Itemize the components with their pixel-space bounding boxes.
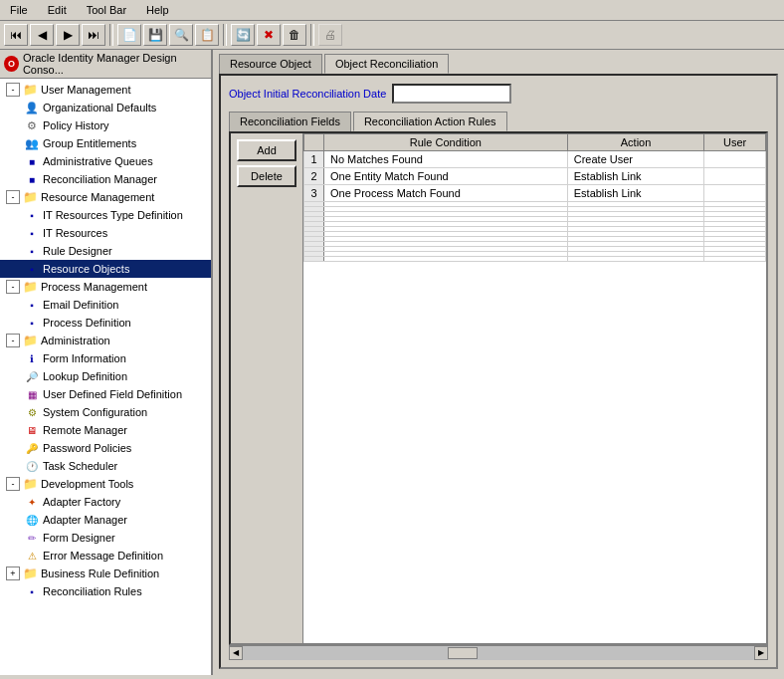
toolbar-back[interactable]: ◀ [30,24,54,46]
col-num-header [304,134,324,151]
toolbar-sep3 [310,24,314,46]
tab-recon-action-rules[interactable]: Reconciliation Action Rules [353,112,507,131]
sidebar-item-task-scheduler[interactable]: 🕐 Task Scheduler [0,457,211,475]
sidebar-item-administration[interactable]: - 📁 Administration [0,332,211,349]
menu-edit[interactable]: Edit [42,2,73,18]
toolbar-find[interactable]: 🔍 [169,24,193,46]
label-recon-manager: Reconciliation Manager [43,173,157,185]
sidebar-item-adapter-factory[interactable]: ✦ Adapter Factory [0,493,211,511]
delete-button[interactable]: Delete [237,165,296,187]
table-row[interactable]: 2 One Entity Match Found Establish Link [304,168,766,185]
cell-action-3: Establish Link [567,185,704,202]
content-area: Object Initial Reconciliation Date Recon… [219,74,778,669]
table-row-empty [304,257,766,262]
sidebar-item-user-defined-field[interactable]: ▦ User Defined Field Definition [0,385,211,403]
label-process-definition: Process Definition [43,317,131,329]
expander-process-management[interactable]: - [6,280,20,294]
tab-resource-object[interactable]: Resource Object [219,54,322,74]
adapter-factory-icon: ✦ [24,494,40,510]
label-admin-queues: Administrative Queues [43,155,153,167]
scroll-thumb[interactable] [448,647,478,659]
menu-toolbar[interactable]: Tool Bar [81,2,132,18]
sidebar-item-process-management[interactable]: - 📁 Process Management [0,278,211,296]
date-input[interactable] [392,84,511,104]
label-user-management: User Management [41,84,131,96]
cell-row-num-3: 3 [304,185,324,202]
toolbar-back-first[interactable]: ⏮ [4,24,28,46]
label-group-entitlements: Group Entitlements [43,137,136,149]
sidebar-item-group-entitlements[interactable]: 👥 Group Entitlements [0,134,211,152]
toolbar-forward-last[interactable]: ⏭ [82,24,105,46]
label-error-message: Error Message Definition [43,550,163,562]
folder-icon-biz: 📁 [22,566,38,581]
toolbar-save[interactable]: 💾 [143,24,167,46]
data-table-wrap: Rule Condition Action User 1 No Matches … [303,133,766,643]
label-administration: Administration [41,335,110,346]
inner-tab-bar: Reconciliation Fields Reconciliation Act… [229,112,768,131]
toolbar-delete[interactable]: 🗑 [283,24,306,46]
sidebar-item-form-designer[interactable]: ✏ Form Designer [0,529,211,547]
sidebar-item-lookup-definition[interactable]: 🔎 Lookup Definition [0,367,211,385]
tab-recon-fields[interactable]: Reconciliation Fields [229,112,351,131]
sidebar-item-it-resources[interactable]: ▪ IT Resources [0,224,211,242]
toolbar-forward[interactable]: ▶ [56,24,80,46]
expander-administration[interactable]: - [6,334,20,347]
sidebar-item-admin-queues[interactable]: ■ Administrative Queues [0,152,211,170]
toolbar-sep2 [223,24,227,46]
recon-rules-icon: ▪ [24,583,40,599]
right-panel: Resource Object Object Reconciliation Ob… [213,50,784,675]
col-action-header: Action [567,134,704,151]
tab-object-reconciliation[interactable]: Object Reconciliation [324,54,449,74]
queue-icon: ■ [24,153,40,169]
toolbar-refresh[interactable]: 🔄 [231,24,255,46]
scroll-left-btn[interactable]: ◀ [229,646,243,660]
cell-action-2: Establish Link [567,168,704,185]
sidebar-item-recon-manager[interactable]: ■ Reconciliation Manager [0,170,211,188]
sidebar-item-password-policies[interactable]: 🔑 Password Policies [0,439,211,457]
sidebar-item-org-defaults[interactable]: 👤 Organizational Defaults [0,99,211,116]
expander-business-rule[interactable]: + [6,566,20,580]
sidebar-item-email-definition[interactable]: ▪ Email Definition [0,296,211,314]
sidebar-item-resource-objects[interactable]: ▪ Resource Objects [0,260,211,278]
config-icon: ⚙ [24,404,40,420]
cell-rule-condition-1: No Matches Found [324,151,568,168]
menu-help[interactable]: Help [140,2,175,18]
table-row[interactable]: 1 No Matches Found Create User [304,151,766,168]
sidebar-item-reconciliation-rules[interactable]: ▪ Reconciliation Rules [0,582,211,600]
sidebar-item-remote-manager[interactable]: 🖥 Remote Manager [0,421,211,439]
expander-resource-management[interactable]: - [6,190,20,204]
toolbar-print[interactable]: 🖨 [318,24,342,46]
sidebar-item-system-configuration[interactable]: ⚙ System Configuration [0,403,211,421]
label-org-defaults: Organizational Defaults [43,102,156,113]
sidebar-item-policy-history[interactable]: ⚙ Policy History [0,116,211,134]
toolbar-new[interactable]: 📄 [117,24,141,46]
sidebar-item-rule-designer[interactable]: ▪ Rule Designer [0,242,211,260]
remote-icon: 🖥 [24,422,40,438]
toolbar-copy[interactable]: 📋 [195,24,219,46]
table-row[interactable]: 3 One Process Match Found Establish Link [304,185,766,202]
sidebar-item-resource-management[interactable]: - 📁 Resource Management [0,188,211,206]
email-icon: ▪ [24,297,40,313]
scroll-right-btn[interactable]: ▶ [754,646,768,660]
sidebar-item-user-management[interactable]: - 📁 User Management [0,81,211,99]
horizontal-scrollbar[interactable]: ◀ ▶ [229,645,768,659]
expander-user-management[interactable]: - [6,83,20,97]
sidebar-item-process-definition[interactable]: ▪ Process Definition [0,314,211,332]
sidebar-item-business-rule[interactable]: + 📁 Business Rule Definition [0,565,211,582]
add-button[interactable]: Add [237,139,296,161]
label-system-configuration: System Configuration [43,406,147,418]
sidebar-item-development-tools[interactable]: - 📁 Development Tools [0,475,211,493]
group-icon: 👥 [24,135,40,151]
expander-dev-tools[interactable]: - [6,477,20,491]
org-icon: 👤 [24,100,40,115]
col-user-header: User [704,134,766,151]
toolbar-stop[interactable]: ✖ [257,24,281,46]
menu-file[interactable]: File [4,2,34,18]
sidebar-item-adapter-manager[interactable]: 🌐 Adapter Manager [0,511,211,529]
sidebar-item-it-resources-type[interactable]: ▪ IT Resources Type Definition [0,206,211,224]
sidebar-item-form-information[interactable]: ℹ Form Information [0,349,211,367]
sidebar-item-error-message[interactable]: ⚠ Error Message Definition [0,547,211,565]
error-icon: ⚠ [24,548,40,564]
app-header: O Oracle Identity Manager Design Conso..… [0,50,211,79]
scroll-track[interactable] [243,646,754,660]
